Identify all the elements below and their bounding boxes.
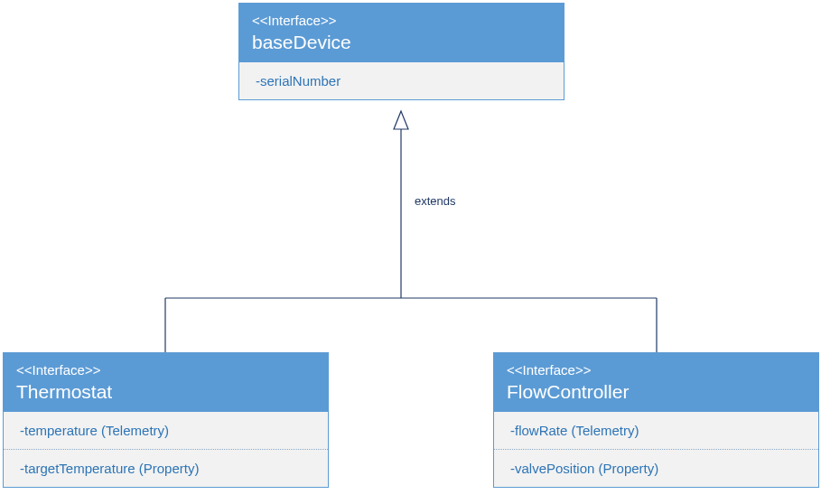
uml-interface-basedevice: <<Interface>> baseDevice -serialNumber (238, 3, 564, 100)
stereotype-label: <<Interface>> (252, 13, 551, 28)
relationship-label: extends (415, 194, 456, 208)
attribute-row: -temperature (Telemetry) (4, 412, 328, 449)
uml-interface-thermostat: <<Interface>> Thermostat -temperature (T… (3, 352, 329, 488)
stereotype-label: <<Interface>> (507, 362, 806, 378)
uml-header: <<Interface>> baseDevice (239, 4, 564, 62)
class-name: Thermostat (16, 381, 315, 403)
class-name: FlowController (507, 381, 806, 403)
attribute-row: -serialNumber (239, 62, 564, 99)
stereotype-label: <<Interface>> (16, 362, 315, 378)
attribute-row: -valvePosition (Property) (494, 449, 818, 487)
class-name: baseDevice (252, 32, 551, 53)
attribute-row: -targetTemperature (Property) (4, 449, 328, 487)
svg-marker-0 (394, 111, 408, 129)
uml-body: -serialNumber (239, 62, 564, 99)
uml-body: -temperature (Telemetry) -targetTemperat… (4, 412, 328, 487)
uml-body: -flowRate (Telemetry) -valvePosition (Pr… (494, 412, 818, 487)
uml-interface-flowcontroller: <<Interface>> FlowController -flowRate (… (493, 352, 819, 488)
uml-header: <<Interface>> FlowController (494, 353, 818, 412)
uml-header: <<Interface>> Thermostat (4, 353, 328, 412)
attribute-row: -flowRate (Telemetry) (494, 412, 818, 449)
